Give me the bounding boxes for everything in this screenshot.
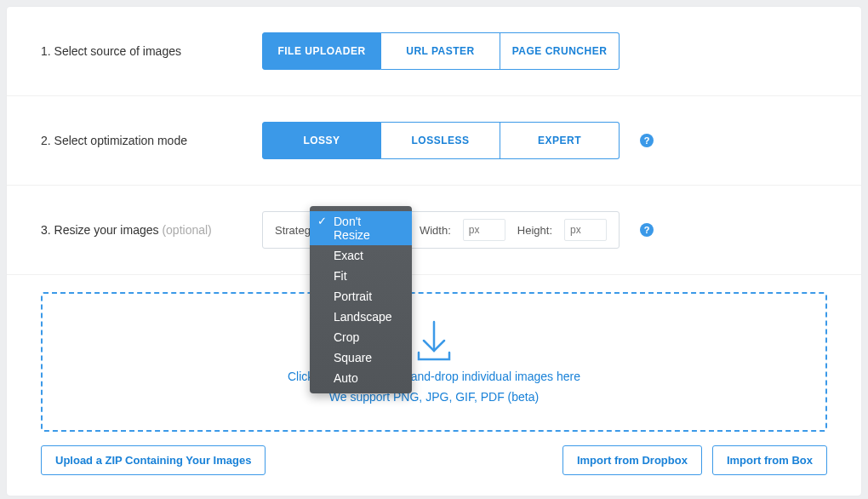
section-source: 1. Select source of images FILE UPLOADER… [7, 7, 861, 96]
section-source-label: 1. Select source of images [41, 44, 262, 58]
import-dropbox-button[interactable]: Import from Dropbox [562, 445, 702, 475]
main-card: 1. Select source of images FILE UPLOADER… [7, 7, 861, 496]
optional-text: (optional) [162, 223, 211, 237]
source-tabs: FILE UPLOADER URL PASTER PAGE CRUNCHER [262, 32, 620, 70]
resize-label-text: 3. Resize your images [41, 223, 162, 237]
tab-url-paster[interactable]: URL PASTER [381, 32, 500, 70]
height-label: Height: [517, 224, 552, 237]
section-resize-label: 3. Resize your images (optional) [41, 223, 262, 237]
download-icon [415, 320, 453, 363]
tab-lossy[interactable]: LOSSY [262, 122, 381, 159]
section-mode-label: 2. Select optimization mode [41, 134, 262, 147]
dropdown-option-portrait[interactable]: Portrait [310, 286, 412, 307]
upload-area: Click to upload or drag-and-drop individ… [7, 275, 861, 496]
help-icon[interactable]: ? [640, 223, 654, 237]
width-label: Width: [420, 224, 451, 237]
dropdown-option-crop[interactable]: Crop [310, 327, 412, 347]
dropdown-option-square[interactable]: Square [310, 347, 412, 368]
dropzone[interactable]: Click to upload or drag-and-drop individ… [41, 292, 827, 432]
width-input[interactable] [463, 219, 505, 241]
section-resize: 3. Resize your images (optional) Strateg… [7, 186, 861, 275]
mode-tabs: LOSSY LOSSLESS EXPERT [262, 122, 620, 159]
help-icon[interactable]: ? [640, 134, 654, 147]
tab-file-uploader[interactable]: FILE UPLOADER [262, 32, 381, 70]
height-input[interactable] [564, 219, 607, 241]
action-buttons: Upload a ZIP Containing Your Images Impo… [41, 445, 827, 475]
dropdown-option-fit[interactable]: Fit [310, 266, 412, 286]
section-mode: 2. Select optimization mode LOSSY LOSSLE… [7, 96, 861, 186]
tab-expert[interactable]: EXPERT [500, 122, 620, 159]
tab-lossless[interactable]: LOSSLESS [381, 122, 500, 159]
import-box-button[interactable]: Import from Box [712, 445, 827, 475]
tab-page-cruncher[interactable]: PAGE CRUNCHER [500, 32, 620, 70]
dropdown-option-dont-resize[interactable]: Don't Resize [310, 211, 412, 245]
dropdown-option-exact[interactable]: Exact [310, 245, 412, 266]
upload-zip-button[interactable]: Upload a ZIP Containing Your Images [41, 445, 266, 475]
dropdown-option-auto[interactable]: Auto [310, 368, 412, 388]
dropdown-option-landscape[interactable]: Landscape [310, 307, 412, 327]
strategy-dropdown[interactable]: Don't Resize Exact Fit Portrait Landscap… [310, 206, 412, 393]
